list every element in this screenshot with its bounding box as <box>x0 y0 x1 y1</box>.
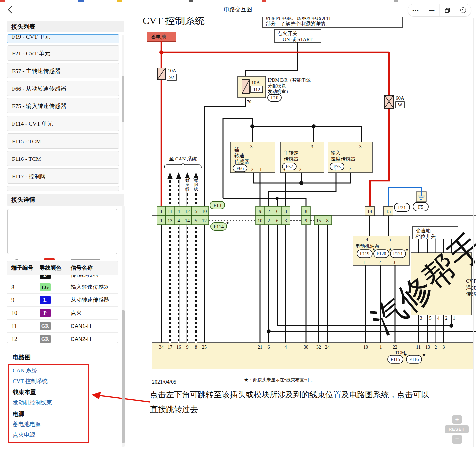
svg-text:6: 6 <box>276 218 278 223</box>
cvt-temp-label3: 传感器 <box>466 291 476 297</box>
svg-text:1: 1 <box>380 345 382 350</box>
svg-text:2: 2 <box>445 316 448 321</box>
svg-text:14: 14 <box>185 218 190 223</box>
wire-color-badge: B <box>40 275 51 279</box>
svg-text:4: 4 <box>366 237 368 242</box>
svg-text:12: 12 <box>202 218 207 223</box>
connector-list: F19 - CVT 单元 F21 - CVT 单元 F57 - 主转速传感器 F… <box>7 34 125 191</box>
svg-text:F57: F57 <box>286 164 293 169</box>
list-item-label: F115 - TCM <box>12 138 41 145</box>
list-item-label: F19 - CVT 单元 <box>12 34 119 43</box>
list-item-label: F117 - 控制阀 <box>12 173 46 180</box>
data-line-label: 数据线 <box>185 178 189 191</box>
svg-text:34: 34 <box>159 345 164 350</box>
svg-text:32: 32 <box>316 345 321 350</box>
connector-f13-label: F13 <box>213 203 221 208</box>
fuse-92[interactable]: 10A 92 <box>157 68 176 80</box>
list-item-f66[interactable]: F66 - 从动转速传感器 <box>7 81 119 96</box>
gear-switch-label1: 变速箱 <box>416 228 431 233</box>
col-wire-color: 导线颜色 <box>36 264 67 272</box>
target-icon <box>460 7 466 13</box>
svg-text:F119: F119 <box>360 251 369 256</box>
wire-color-badge: P <box>40 309 51 317</box>
ipdm-pin-70: 70 <box>247 99 251 104</box>
list-item-f75[interactable]: F75 - 输入转速传感器 <box>7 98 119 113</box>
zoom-in-button[interactable]: + <box>452 415 462 424</box>
sidebar: 接头列表 F19 - CVT 单元 F21 - CVT 单元 F57 - 主转速… <box>3 17 125 448</box>
sidebar-divider <box>128 17 128 447</box>
svg-text:1: 1 <box>363 260 365 265</box>
connector-detail-title: 接头详情 <box>7 194 124 206</box>
fuse-92-num: 92 <box>169 75 174 80</box>
fusible-link-60a[interactable]: 60A W <box>384 95 404 108</box>
cvt-temp-label2: 温度 <box>466 285 476 290</box>
list-item-f114[interactable]: F114 - CVT 单元 <box>7 116 119 131</box>
svg-text:4: 4 <box>437 316 440 321</box>
svg-text:13: 13 <box>168 218 173 223</box>
svg-text:输入: 输入 <box>331 150 341 156</box>
svg-text:14: 14 <box>367 209 372 214</box>
cvt-temp-pins: 3 5 4 2 1 <box>420 316 455 321</box>
restore-button[interactable] <box>439 4 455 16</box>
list-item-f115[interactable]: F115 - TCM <box>7 133 119 149</box>
can-system-label: 至 CAN 系统 <box>169 156 197 161</box>
scrolled-badge-sliver <box>44 258 55 260</box>
list-item-partial[interactable] <box>7 186 119 191</box>
scrolled-text-sliver <box>71 259 100 260</box>
svg-text:2: 2 <box>349 167 351 172</box>
list-item-f21[interactable]: F21 - CVT 单元 <box>7 45 119 61</box>
f115-star: ★ <box>404 353 407 357</box>
svg-text:2: 2 <box>299 167 302 172</box>
can-striped-wires <box>167 172 198 343</box>
data-line-label: 数据线 <box>194 178 198 191</box>
svg-text:转速: 转速 <box>234 153 244 158</box>
svg-text:10: 10 <box>363 345 368 350</box>
svg-text:3: 3 <box>443 345 445 350</box>
svg-text:5: 5 <box>195 209 197 214</box>
svg-text:2: 2 <box>435 345 437 350</box>
svg-text:5: 5 <box>389 237 391 242</box>
svg-text:8: 8 <box>195 345 197 350</box>
f116-star: ★ <box>422 353 426 357</box>
zoom-reset-button[interactable]: RESET <box>445 425 469 433</box>
target-button[interactable] <box>455 4 471 16</box>
list-item-f19[interactable]: F19 - CVT 单元 <box>7 34 119 43</box>
connector-f114-label: F114 <box>214 224 224 229</box>
ipdm-fuse-112[interactable]: 10A 112 <box>242 80 263 94</box>
svg-text:8: 8 <box>326 218 328 223</box>
connector-f10-label: F10 <box>271 96 278 100</box>
svg-text:F120: F120 <box>377 251 386 256</box>
svg-text:4: 4 <box>177 209 180 214</box>
list-scrollbar-thumb[interactable] <box>122 76 124 122</box>
svg-text:3: 3 <box>284 209 287 214</box>
svg-text:11: 11 <box>416 345 420 350</box>
minimize-button[interactable]: — <box>424 4 439 16</box>
svg-text:10: 10 <box>202 209 207 214</box>
detail-scrollbar-thumb[interactable] <box>122 310 125 443</box>
svg-text:2: 2 <box>267 209 270 214</box>
list-item-f57[interactable]: F57 - 主转速传感器 <box>7 63 119 78</box>
svg-text:11: 11 <box>168 209 172 214</box>
list-item-f116[interactable]: F116 - TCM <box>7 151 119 166</box>
svg-text:F66: F66 <box>236 166 244 171</box>
svg-text:1: 1 <box>284 167 286 172</box>
gear-switch-label2: 档位开关 <box>415 234 436 239</box>
svg-text:21: 21 <box>258 345 262 350</box>
svg-text:1: 1 <box>260 167 262 172</box>
zoom-out-button[interactable]: − <box>452 435 462 444</box>
svg-text:10: 10 <box>258 218 263 223</box>
footnote: ★：此接头未显示在“线束布置”中。 <box>244 377 315 382</box>
list-item-f117[interactable]: F117 - 控制阀 <box>7 168 119 184</box>
svg-text:9: 9 <box>186 345 189 350</box>
more-button[interactable]: ••• <box>408 4 424 16</box>
annotation-line1: 点击左下角可跳转至该插头或模块所涉及到的线束位置及电路图系统，点击可以 <box>150 390 429 399</box>
window-controls: ••• — <box>408 4 471 17</box>
table-row: 11 GR CAN1-H <box>7 319 118 332</box>
connector-f21-label: F21 <box>398 205 406 210</box>
top-bar: 电路交互图 ••• — <box>0 2 476 17</box>
svg-text:3: 3 <box>284 218 287 223</box>
list-item-label: F57 - 主转速传感器 <box>12 68 61 74</box>
page-title: 电路交互图 <box>0 6 476 13</box>
connector-pin-row-f114: 113 414 512 102 63 915 8 <box>157 216 332 225</box>
table-row: 10 P 点火 <box>7 306 118 319</box>
